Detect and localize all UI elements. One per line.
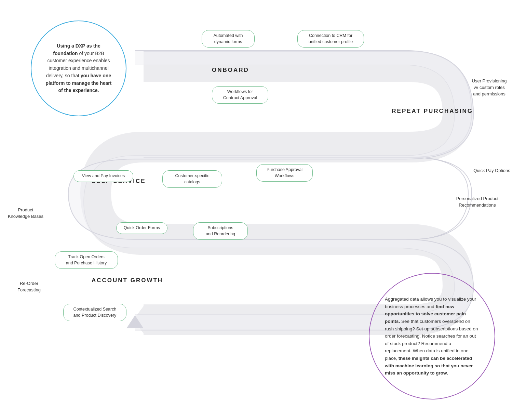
purple-circle: Aggregated data allows you to visualize … bbox=[369, 273, 495, 399]
section-onboard: ONBOARD bbox=[212, 67, 249, 74]
section-account-growth: ACCOUNT GROWTH bbox=[92, 277, 163, 284]
svg-marker-0 bbox=[133, 306, 144, 333]
tag-purchase-approval: Purchase Approval Workflows bbox=[256, 164, 313, 182]
tag-view-pay-invoices: View and Pay Invoices bbox=[73, 170, 133, 182]
blue-circle: Using a DXP as the foundation of your B2… bbox=[31, 21, 126, 116]
tag-contextualized-search: Contextualized Search and Product Discov… bbox=[63, 304, 126, 321]
tag-customer-catalogs: Customer-specific catalogs bbox=[162, 170, 222, 188]
blue-circle-text: Using a DXP as the foundation of your B2… bbox=[45, 42, 112, 94]
label-product-knowledge: Product Knowledge Bases bbox=[3, 207, 48, 220]
svg-marker-1 bbox=[126, 315, 144, 328]
tag-automated-forms: Automated with dynamic forms bbox=[202, 30, 255, 48]
label-personalized-recs: Personalized Product Recommendations bbox=[447, 196, 507, 209]
purple-circle-text: Aggregated data allows you to visualize … bbox=[385, 296, 479, 377]
label-quick-pay: Quick Pay Options bbox=[464, 168, 519, 174]
tag-quick-order-forms: Quick Order Forms bbox=[116, 222, 167, 234]
diagram-container: Using a DXP as the foundation of your B2… bbox=[0, 0, 526, 420]
label-user-provisioning: User Provisioning w/ custom roles and pe… bbox=[463, 78, 516, 97]
tag-subscriptions: Subscriptions and Reordering bbox=[193, 222, 248, 240]
label-reorder-forecasting: Re-Order Forecasting bbox=[9, 280, 50, 293]
tag-workflows-contract: Workflows for Contract Approval bbox=[212, 86, 268, 104]
tag-connection-crm: Connection to CRM for unified customer p… bbox=[297, 30, 364, 48]
section-repeat-purchasing: REPEAT PURCHASING bbox=[392, 108, 473, 115]
tag-track-orders: Track Open Orders and Purchase History bbox=[55, 251, 118, 269]
